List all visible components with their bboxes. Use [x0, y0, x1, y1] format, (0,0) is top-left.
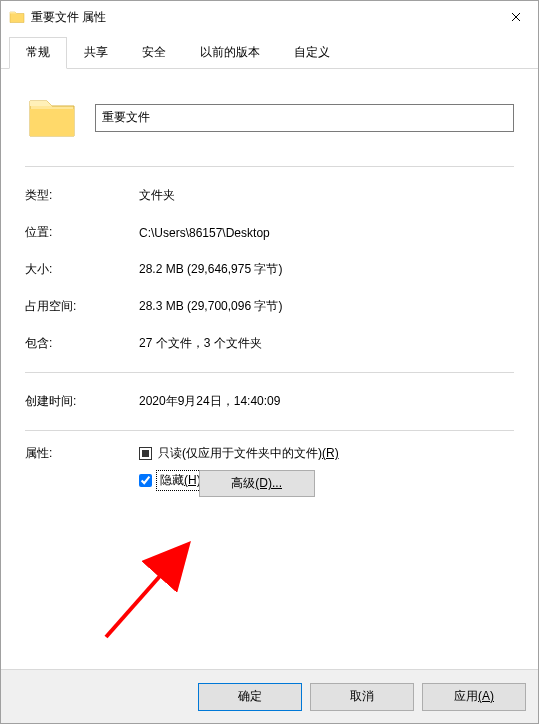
titlebar: 重要文件 属性: [1, 1, 538, 33]
dialog-buttons: 确定 取消 应用(A): [1, 669, 538, 723]
divider: [25, 372, 514, 373]
close-button[interactable]: [493, 1, 538, 33]
tab-content: 类型: 文件夹 位置: C:\Users\86157\Desktop 大小: 2…: [1, 69, 538, 669]
folder-name-input[interactable]: [95, 104, 514, 132]
location-label: 位置:: [25, 224, 139, 241]
svg-line-0: [106, 550, 183, 637]
contains-label: 包含:: [25, 335, 139, 352]
diskspace-label: 占用空间:: [25, 298, 139, 315]
attribute-checkboxes: 只读(仅应用于文件夹中的文件)(R) 隐藏(H) 高级(D)...: [139, 445, 339, 489]
attributes-label: 属性:: [25, 445, 139, 462]
hidden-label: 隐藏(H): [158, 472, 203, 489]
folder-name-row: [25, 89, 514, 146]
tab-security[interactable]: 安全: [125, 37, 183, 68]
size-label: 大小:: [25, 261, 139, 278]
readonly-label: 只读(仅应用于文件夹中的文件)(R): [158, 445, 339, 462]
ok-button[interactable]: 确定: [198, 683, 302, 711]
window-title: 重要文件 属性: [31, 9, 106, 26]
divider: [25, 430, 514, 431]
folder-icon: [9, 9, 25, 25]
folder-large-icon: [25, 89, 79, 146]
created-label: 创建时间:: [25, 393, 139, 410]
tab-customize[interactable]: 自定义: [277, 37, 347, 68]
hidden-checkbox[interactable]: [139, 474, 152, 487]
tab-previous-versions[interactable]: 以前的版本: [183, 37, 277, 68]
diskspace-value: 28.3 MB (29,700,096 字节): [139, 298, 282, 315]
hidden-checkbox-row[interactable]: 隐藏(H) 高级(D)...: [139, 472, 339, 489]
size-row: 大小: 28.2 MB (29,646,975 字节): [25, 261, 514, 278]
size-value: 28.2 MB (29,646,975 字节): [139, 261, 282, 278]
cancel-button[interactable]: 取消: [310, 683, 414, 711]
tabs: 常规 共享 安全 以前的版本 自定义: [1, 33, 538, 69]
type-value: 文件夹: [139, 187, 175, 204]
location-row: 位置: C:\Users\86157\Desktop: [25, 224, 514, 241]
tab-sharing[interactable]: 共享: [67, 37, 125, 68]
type-row: 类型: 文件夹: [25, 187, 514, 204]
readonly-indeterminate-checkbox[interactable]: [139, 447, 152, 460]
annotation-arrow: [91, 532, 211, 642]
tab-general[interactable]: 常规: [9, 37, 67, 69]
divider: [25, 166, 514, 167]
apply-button[interactable]: 应用(A): [422, 683, 526, 711]
created-value: 2020年9月24日，14:40:09: [139, 393, 280, 410]
properties-dialog: 重要文件 属性 常规 共享 安全 以前的版本 自定义 类型: 文件夹: [0, 0, 539, 724]
created-row: 创建时间: 2020年9月24日，14:40:09: [25, 393, 514, 410]
contains-value: 27 个文件，3 个文件夹: [139, 335, 262, 352]
attributes-row: 属性: 只读(仅应用于文件夹中的文件)(R) 隐藏(H) 高级(D)...: [25, 445, 514, 489]
advanced-button[interactable]: 高级(D)...: [199, 470, 315, 497]
location-value: C:\Users\86157\Desktop: [139, 226, 270, 240]
diskspace-row: 占用空间: 28.3 MB (29,700,096 字节): [25, 298, 514, 315]
contains-row: 包含: 27 个文件，3 个文件夹: [25, 335, 514, 352]
type-label: 类型:: [25, 187, 139, 204]
readonly-checkbox-row[interactable]: 只读(仅应用于文件夹中的文件)(R): [139, 445, 339, 462]
